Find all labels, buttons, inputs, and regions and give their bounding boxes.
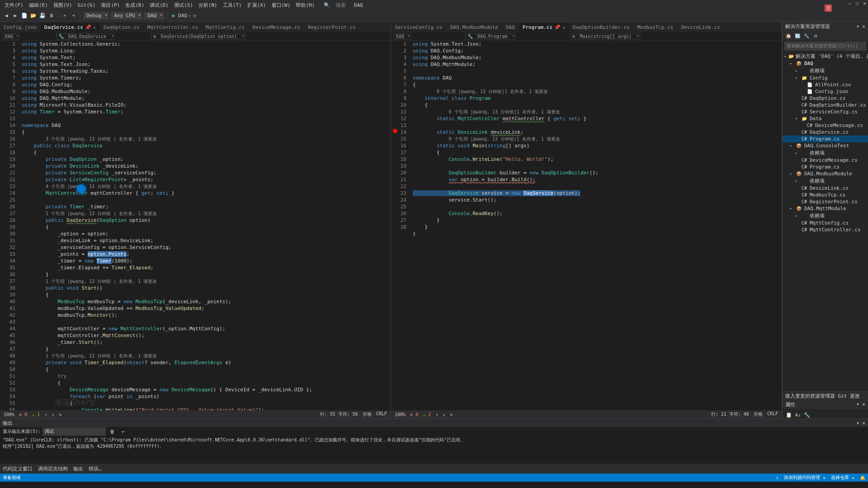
- tree-item[interactable]: 📄AllPoint.csv: [783, 81, 868, 88]
- bc-member[interactable]: ⚙ DaqService(DaqOption option): [151, 33, 245, 39]
- menu-file[interactable]: 文件(F): [2, 2, 26, 9]
- menu-edit[interactable]: 编辑(E): [26, 2, 51, 9]
- tab-daqservice[interactable]: DaqService.cs 📌✕: [41, 23, 100, 32]
- tab-serviceconfig[interactable]: ServiceConfig.cs: [391, 23, 447, 32]
- error-icon-r[interactable]: ⊘ 0: [410, 412, 418, 417]
- zoom[interactable]: 100%: [4, 412, 14, 417]
- tree-item[interactable]: ▾📁Config: [783, 75, 868, 81]
- tree-item[interactable]: C#MqttConfig.cs: [783, 220, 868, 226]
- tree-item[interactable]: C#ServiceConfig.cs: [783, 108, 868, 115]
- menu-project[interactable]: 项目(P): [98, 2, 123, 9]
- tab-daqoption[interactable]: DaqOption.cs: [100, 23, 143, 32]
- start-label[interactable]: DAQ: [178, 13, 187, 19]
- open-icon[interactable]: 📂: [29, 12, 38, 20]
- output-text[interactable]: "DAQ.exe" (CoreCLR: clrhost): 已加载 "C:\Pr…: [0, 436, 868, 464]
- tab-devicemessage[interactable]: DeviceMessage.cs: [249, 23, 304, 32]
- startup-dropdown[interactable]: DAQ: [144, 12, 164, 19]
- tab-output[interactable]: 输出: [73, 465, 83, 472]
- tree-item[interactable]: ▸📦DAQ.ModbusModule: [783, 170, 868, 177]
- alpha-icon[interactable]: A↓: [794, 411, 802, 419]
- nav-down-icon-r[interactable]: ↓: [443, 412, 445, 417]
- collapse-icon[interactable]: ⊟: [812, 32, 819, 39]
- tree-item[interactable]: ▾📁Data: [783, 115, 868, 122]
- search-icon[interactable]: 🔍 搜索: [321, 2, 351, 9]
- output-source-dropdown[interactable]: 调试: [42, 427, 106, 436]
- tab-modbustcp[interactable]: ModbusTcp.cs: [634, 23, 677, 32]
- bc-project-r[interactable]: DAQ: [394, 33, 411, 39]
- tree-item[interactable]: C#DaqOptionBuilder.cs: [783, 102, 868, 108]
- tab-daq[interactable]: DAQ: [502, 23, 519, 32]
- tree-item[interactable]: ▸依赖项: [783, 67, 868, 75]
- eol-r[interactable]: CRLF: [767, 411, 778, 418]
- clear-icon[interactable]: 🗑: [108, 427, 116, 436]
- home-icon[interactable]: 🏠: [785, 32, 792, 39]
- start-nodebug-icon[interactable]: ▷: [191, 12, 199, 20]
- bc-project[interactable]: DAQ: [3, 33, 20, 39]
- config-dropdown[interactable]: Debug: [83, 12, 109, 19]
- bc-class-r[interactable]: 🔧 DAQ.Program: [465, 33, 516, 39]
- menu-test[interactable]: 测试(S): [171, 2, 196, 9]
- wrap-icon[interactable]: ↩: [119, 427, 127, 436]
- tree-item[interactable]: 📄Config.json: [783, 88, 868, 95]
- tree-item[interactable]: C#MqttController.cs: [783, 226, 868, 233]
- close-button[interactable]: ✕: [863, 0, 866, 6]
- tab-daqoptionbuilder[interactable]: DaqOptionBuilder.cs: [569, 23, 634, 32]
- menu-git[interactable]: Git(G): [75, 2, 99, 8]
- bc-class[interactable]: 🔧 DAQ.DaqService: [56, 33, 115, 39]
- indent[interactable]: 空格: [363, 411, 372, 418]
- solution-tree[interactable]: ▸📂解决方案 'DAQ' (4 个项目, 共 4 个) ▸📦DAQ▸依赖项▾📁C…: [783, 52, 868, 391]
- tab-devicelink[interactable]: DeviceLink.cs: [677, 23, 724, 32]
- nav-up-icon-r[interactable]: ↑: [435, 412, 438, 417]
- menu-view[interactable]: 视图(V): [51, 2, 75, 9]
- tree-item[interactable]: ▸📦DAQ: [783, 60, 868, 67]
- close-icon[interactable]: ✕: [562, 25, 565, 30]
- menu-build[interactable]: 生成(B): [123, 2, 147, 9]
- tab-modbusmodule[interactable]: DAQ.ModbusModule: [447, 23, 502, 32]
- code-area-right[interactable]: 1 2 3 4 5 6 7 8 9 10 11 12 13 14 15 16 1…: [391, 41, 782, 410]
- zoom-r[interactable]: 100%: [395, 412, 406, 417]
- saveall-icon[interactable]: 🗎: [47, 12, 56, 20]
- platform-dropdown[interactable]: Any CPU: [111, 12, 142, 19]
- warning-icon[interactable]: ⚠ 1: [32, 412, 40, 417]
- breakpoint-icon[interactable]: [393, 129, 397, 133]
- indent-r[interactable]: 空格: [754, 411, 763, 418]
- menu-extensions[interactable]: 扩展(X): [245, 2, 269, 9]
- tree-item[interactable]: ▸📦DAQ.ConsoleTest: [783, 142, 868, 149]
- status-source-control[interactable]: 添加到源代码管理 ▴: [784, 474, 826, 481]
- menu-debug[interactable]: 调试(D): [147, 2, 171, 9]
- error-icon[interactable]: ⊘ 0: [19, 412, 27, 417]
- solution-root[interactable]: ▸📂解决方案 'DAQ' (4 个项目, 共 4 个): [783, 52, 868, 60]
- user-avatar-badge[interactable]: 王: [825, 5, 832, 12]
- tree-item[interactable]: ▸依赖项: [783, 177, 868, 185]
- warning-icon-r[interactable]: ⚠ 2: [423, 412, 431, 417]
- tree-item[interactable]: ▸📦DAQ.MqttModule: [783, 205, 868, 212]
- tab-mqttconfig[interactable]: MqttConfig.cs: [202, 23, 249, 32]
- tree-item[interactable]: C#ModbusTcp.cs: [783, 192, 868, 198]
- menu-window[interactable]: 窗口(W): [269, 2, 293, 9]
- solution-search[interactable]: 搜索解决方案资源管理器(Ctrl+;): [784, 42, 866, 51]
- sync-icon[interactable]: 🔄: [794, 32, 801, 39]
- code-area-left[interactable]: 海蓝Sharp 2 3 4 5 6 7 8 9 10 11 12 13 14 1…: [0, 41, 391, 410]
- tree-item[interactable]: C#Program.cs: [783, 164, 868, 170]
- maximize-button[interactable]: ☐: [856, 0, 859, 6]
- tab-program[interactable]: Program.cs 📌✕: [519, 23, 569, 32]
- tree-item[interactable]: C#DaqOption.cs: [783, 95, 868, 102]
- tree-item[interactable]: C#DeviceMessage.cs: [783, 122, 868, 129]
- menu-help[interactable]: 帮助(H): [293, 2, 317, 9]
- status-bell-icon[interactable]: 🔔: [860, 475, 865, 480]
- save-icon[interactable]: 💾: [38, 12, 47, 20]
- tab-callhier[interactable]: 调用层次结构: [38, 465, 68, 472]
- new-file-icon[interactable]: 📄: [20, 12, 28, 20]
- tree-item[interactable]: ▸依赖项: [783, 149, 868, 157]
- tree-item[interactable]: ▸依赖项: [783, 212, 868, 220]
- tab-errors[interactable]: 错误…: [89, 465, 102, 472]
- redo-icon[interactable]: ↷: [70, 12, 78, 20]
- properties-title[interactable]: 属性: [785, 401, 795, 408]
- status-repo[interactable]: 选择仓库 ▴: [831, 474, 854, 481]
- code-left[interactable]: using System.Collections.Generic; using …: [20, 41, 391, 410]
- tree-item[interactable]: C#RegisterPoint.cs: [783, 198, 868, 205]
- wrench-icon[interactable]: 🔧: [803, 32, 810, 39]
- status-git[interactable]: ↑: [776, 475, 778, 480]
- nav-up-icon[interactable]: ↑: [44, 412, 47, 417]
- tree-item[interactable]: C#DeviceMessage.cs: [783, 157, 868, 164]
